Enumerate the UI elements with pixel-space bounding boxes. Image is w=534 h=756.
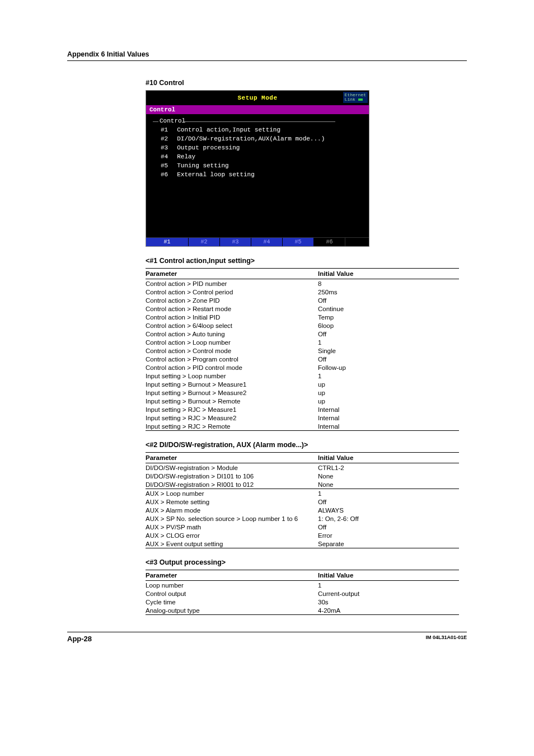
value-cell: 1 <box>318 372 459 380</box>
value-cell: up <box>318 388 459 397</box>
parameter-cell: Control output <box>146 589 318 598</box>
table-row: Input setting > Burnout > Measure2up <box>146 388 459 397</box>
menu-id: #4 <box>161 153 168 160</box>
parameter-cell: Input setting > RJC > Measure2 <box>146 414 318 422</box>
screenshot-title: Setup Mode <box>146 95 369 101</box>
value-cell: Follow-up <box>318 363 459 372</box>
table-row: Control action > Control modeSingle <box>146 346 459 355</box>
screenshot-menu-item[interactable]: #2 DI/DO/SW-registration,AUX(Alarm mode.… <box>161 134 363 143</box>
screenshot-menu-item[interactable]: #1 Control action,Input setting <box>161 125 363 134</box>
table-row: Control action > Zone PIDOff <box>146 296 459 304</box>
parameter-cell: Cycle time <box>146 598 318 606</box>
parameter-cell: Input setting > Loop number <box>146 372 318 380</box>
value-cell: None <box>318 472 459 480</box>
parameter-cell: Control action > Loop number <box>146 338 318 346</box>
table-header-parameter: Parameter <box>146 570 318 581</box>
value-cell: Off <box>318 355 459 363</box>
footer: App-28 IM 04L31A01-01E <box>67 632 467 643</box>
table-row: Input setting > RJC > Measure1Internal <box>146 405 459 414</box>
table-row: DI/DO/SW-registration > RI001 to 012None <box>146 480 459 489</box>
value-cell: Off <box>318 523 459 531</box>
menu-text: External loop setting <box>177 171 255 178</box>
table-header-value: Initial Value <box>318 570 459 581</box>
table-row: DI/DO/SW-registration > ModuleCTRL1-2 <box>146 463 459 472</box>
screenshot-menu-item[interactable]: #5 Tuning setting <box>161 161 363 170</box>
table-row: Control action > 6/4loop select6loop <box>146 321 459 330</box>
table-row: AUX > Alarm modeALWAYS <box>146 506 459 514</box>
screenshot-group-label-row: Control <box>152 118 363 125</box>
table-row: Input setting > Loop number1 <box>146 372 459 380</box>
parameter-cell: Control action > Zone PID <box>146 296 318 304</box>
table-header-parameter: Parameter <box>146 269 318 279</box>
table-row: Control action > Restart modeContinue <box>146 304 459 313</box>
parameter-cell: Control action > Control mode <box>146 346 318 355</box>
screenshot-titlebar: Setup Mode Ethernet Link <box>146 91 369 105</box>
value-cell: up <box>318 380 459 388</box>
table-row: Parameter Initial Value <box>146 570 459 581</box>
parameter-cell: AUX > Remote setting <box>146 497 318 506</box>
screenshot-tab[interactable]: #1 <box>146 238 189 246</box>
screenshot-tab[interactable]: #2 <box>189 238 220 246</box>
value-cell: Single <box>318 346 459 355</box>
value-cell: Temp <box>318 313 459 321</box>
value-cell: Off <box>318 330 459 338</box>
parameter-cell: DI/DO/SW-registration > Module <box>146 463 318 472</box>
table-row: AUX > Event output settingSeparate <box>146 539 459 548</box>
value-cell: up <box>318 397 459 405</box>
parameter-cell: Input setting > RJC > Measure1 <box>146 405 318 414</box>
screenshot-menu-item[interactable]: #6 External loop setting <box>161 170 363 179</box>
table-row: Parameter Initial Value <box>146 453 459 463</box>
table-row: DI/DO/SW-registration > DI101 to 106None <box>146 472 459 480</box>
table-row: Analog-output type4-20mA <box>146 606 459 615</box>
screenshot-tab[interactable]: #4 <box>251 238 283 246</box>
table1: Parameter Initial Value Control action >… <box>146 268 459 431</box>
value-cell: Current-output <box>318 589 459 598</box>
ethernet-led-icon <box>358 98 363 101</box>
table-row: Control action > PID number8 <box>146 279 459 288</box>
value-cell: Off <box>318 497 459 506</box>
screenshot-menu-item[interactable]: #3 Output processing <box>161 143 363 152</box>
value-cell: 4-20mA <box>318 606 459 615</box>
parameter-cell: AUX > SP No. selection source > Loop num… <box>146 514 318 523</box>
screenshot-tab[interactable]: #6 <box>314 238 345 246</box>
parameter-cell: DI/DO/SW-registration > DI101 to 106 <box>146 472 318 480</box>
table-row: AUX > Loop number1 <box>146 489 459 498</box>
parameter-cell: Control action > Auto tuning <box>146 330 318 338</box>
parameter-cell: Control action > Initial PID <box>146 313 318 321</box>
table3: Parameter Initial Value Loop number1Cont… <box>146 570 459 615</box>
menu-id: #3 <box>161 144 168 151</box>
table-row: AUX > CLOG errorError <box>146 531 459 539</box>
parameter-cell: Input setting > Burnout > Measure1 <box>146 380 318 388</box>
screenshot-group-label: Control <box>160 118 185 124</box>
menu-id: #6 <box>161 171 168 178</box>
menu-id: #5 <box>161 162 168 169</box>
value-cell: Off <box>318 296 459 304</box>
parameter-cell: DI/DO/SW-registration > RI001 to 012 <box>146 480 318 489</box>
top-divider <box>67 60 467 61</box>
ethernet-badge: Ethernet Link <box>343 92 368 103</box>
value-cell: None <box>318 480 459 489</box>
menu-text: Tuning setting <box>177 162 228 169</box>
table2-heading: <#2 DI/DO/SW-registration, AUX (Alarm mo… <box>146 441 467 449</box>
table-row: Input setting > Burnout > Measure1up <box>146 380 459 388</box>
value-cell: Error <box>318 531 459 539</box>
parameter-cell: Control action > 6/4loop select <box>146 321 318 330</box>
table3-heading: <#3 Output processing> <box>146 558 467 566</box>
table-row: Control action > Program controlOff <box>146 355 459 363</box>
table-row: Input setting > RJC > Measure2Internal <box>146 414 459 422</box>
value-cell: 250ms <box>318 288 459 296</box>
parameter-cell: Input setting > Burnout > Remote <box>146 397 318 405</box>
table-row: Control action > PID control modeFollow-… <box>146 363 459 372</box>
screenshot-modebar: Control <box>146 105 369 114</box>
screenshot-tab[interactable]: #5 <box>283 238 314 246</box>
screenshot-tab[interactable]: #3 <box>220 238 251 246</box>
value-cell: Continue <box>318 304 459 313</box>
parameter-cell: Analog-output type <box>146 606 318 615</box>
ethernet-label-2: Link <box>345 97 355 102</box>
menu-text: Output processing <box>177 144 240 151</box>
table-row: Input setting > RJC > RemoteInternal <box>146 422 459 431</box>
value-cell: 8 <box>318 279 459 288</box>
value-cell: 1 <box>318 489 459 498</box>
screenshot-menu-item[interactable]: #4 Relay <box>161 152 363 161</box>
table-row: Control action > Loop number1 <box>146 338 459 346</box>
